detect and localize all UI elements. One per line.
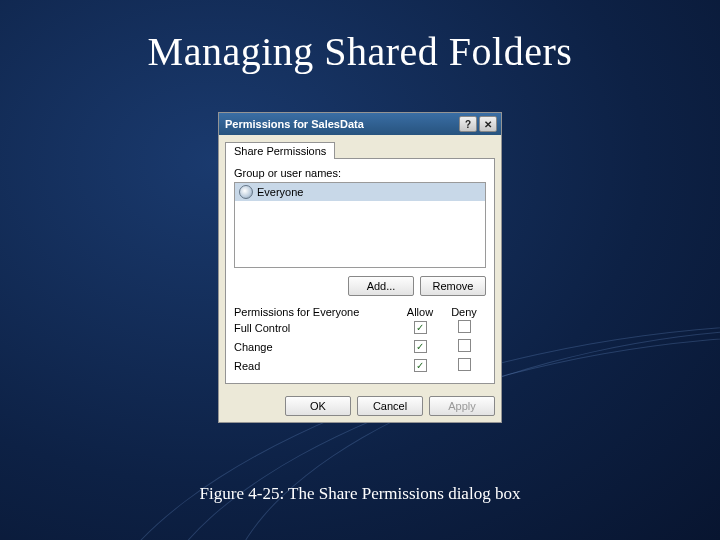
- permissions-for-label: Permissions for Everyone: [234, 306, 398, 318]
- allow-checkbox-full-control[interactable]: ✓: [414, 321, 427, 334]
- allow-checkbox-change[interactable]: ✓: [414, 340, 427, 353]
- deny-checkbox-read[interactable]: [458, 358, 471, 371]
- add-button[interactable]: Add...: [348, 276, 414, 296]
- group-icon: [239, 185, 253, 199]
- tab-strip: Share Permissions: [219, 135, 501, 158]
- principals-listbox[interactable]: Everyone: [234, 182, 486, 268]
- list-item[interactable]: Everyone: [235, 183, 485, 201]
- permissions-header: Permissions for Everyone Allow Deny: [234, 306, 486, 318]
- perm-row-read: Read ✓: [234, 356, 486, 375]
- slide-title: Managing Shared Folders: [0, 0, 720, 75]
- dialog-title: Permissions for SalesData: [225, 118, 457, 130]
- apply-button[interactable]: Apply: [429, 396, 495, 416]
- cancel-button[interactable]: Cancel: [357, 396, 423, 416]
- perm-row-full-control: Full Control ✓: [234, 318, 486, 337]
- perm-name: Full Control: [234, 322, 398, 334]
- allow-column-header: Allow: [398, 306, 442, 318]
- dialog-button-row: OK Cancel Apply: [219, 390, 501, 422]
- deny-column-header: Deny: [442, 306, 486, 318]
- close-button[interactable]: ✕: [479, 116, 497, 132]
- remove-button[interactable]: Remove: [420, 276, 486, 296]
- allow-checkbox-read[interactable]: ✓: [414, 359, 427, 372]
- titlebar: Permissions for SalesData ? ✕: [219, 113, 501, 135]
- figure-caption: Figure 4-25: The Share Permissions dialo…: [0, 484, 720, 504]
- tab-share-permissions[interactable]: Share Permissions: [225, 142, 335, 159]
- tab-panel: Group or user names: Everyone Add... Rem…: [225, 158, 495, 384]
- ok-button[interactable]: OK: [285, 396, 351, 416]
- principal-name: Everyone: [257, 186, 303, 198]
- perm-name: Read: [234, 360, 398, 372]
- perm-name: Change: [234, 341, 398, 353]
- deny-checkbox-full-control[interactable]: [458, 320, 471, 333]
- deny-checkbox-change[interactable]: [458, 339, 471, 352]
- perm-row-change: Change ✓: [234, 337, 486, 356]
- help-button[interactable]: ?: [459, 116, 477, 132]
- group-names-label: Group or user names:: [234, 167, 486, 179]
- permissions-dialog: Permissions for SalesData ? ✕ Share Perm…: [218, 112, 502, 423]
